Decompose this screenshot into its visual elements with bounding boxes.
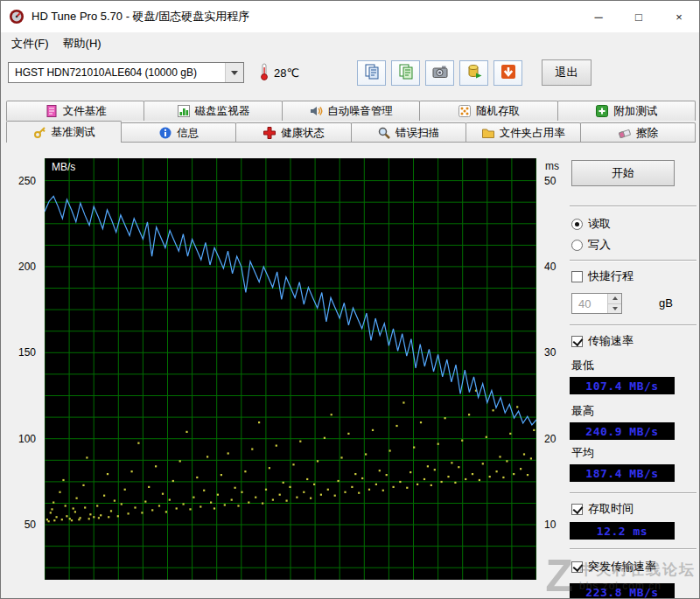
access-time-value: 12.2 ms bbox=[570, 522, 675, 540]
short-stroke-value[interactable]: 40 bbox=[572, 294, 607, 313]
access-time-checkbox[interactable] bbox=[571, 504, 583, 515]
tab-label: 磁盘监视器 bbox=[195, 104, 250, 119]
thermometer-icon bbox=[258, 63, 270, 83]
axis-tick-label: 30 bbox=[544, 346, 556, 359]
short-stroke-stepper[interactable]: 40 bbox=[571, 293, 622, 314]
chevron-down-icon[interactable] bbox=[225, 63, 243, 82]
tab-error-scan[interactable]: 错误扫描 bbox=[351, 122, 466, 143]
extra-tests-icon bbox=[595, 104, 609, 118]
benchmark-plot: MB/s bbox=[45, 158, 536, 580]
tab-label: 信息 bbox=[177, 126, 199, 141]
copy-clipboard-icon bbox=[363, 63, 381, 83]
screenshot-button[interactable] bbox=[425, 60, 454, 86]
write-radio[interactable] bbox=[571, 240, 583, 251]
copy-clipboard-button[interactable] bbox=[357, 60, 386, 86]
axis-tick-label: 150 bbox=[18, 346, 36, 359]
health-icon bbox=[262, 126, 276, 140]
tab-label: 基准测试 bbox=[52, 125, 95, 140]
tab-benchmark[interactable]: 基准测试 bbox=[6, 121, 122, 143]
update-button[interactable] bbox=[494, 60, 522, 86]
left-axis-ticks: 25020015010050 bbox=[8, 158, 41, 580]
tab-label: 文件夹占用率 bbox=[500, 126, 565, 141]
tab-label: 错误扫描 bbox=[396, 126, 439, 141]
access-time-label: 存取时间 bbox=[588, 501, 634, 517]
burst-rate-checkbox[interactable] bbox=[571, 561, 583, 573]
folder-usage-icon bbox=[481, 126, 495, 140]
export-button[interactable] bbox=[459, 60, 488, 86]
erase-icon bbox=[618, 126, 632, 140]
axis-tick-label: 250 bbox=[18, 175, 36, 187]
window-title: HD Tune Pro 5.70 - 硬盘/固态硬盘实用程序 bbox=[32, 9, 578, 24]
transfer-rate-row[interactable]: 传输速率 bbox=[571, 333, 634, 349]
close-button[interactable]: × bbox=[659, 1, 699, 32]
exit-button[interactable]: 退出 bbox=[542, 59, 592, 86]
titlebar: HD Tune Pro 5.70 - 硬盘/固态硬盘实用程序 ─ □ × bbox=[1, 1, 699, 33]
read-radio-row[interactable]: 读取 bbox=[571, 216, 611, 232]
tab-label: 附加测试 bbox=[613, 104, 657, 119]
benchmark-plot-svg bbox=[45, 158, 536, 580]
short-stroke-label: 快捷行程 bbox=[588, 268, 634, 284]
tab-control: 文件基准 磁盘监视器 bbox=[6, 100, 696, 143]
min-label: 最低 bbox=[571, 358, 594, 373]
tab-random-access[interactable]: 随机存取 bbox=[419, 101, 557, 121]
separator bbox=[570, 492, 696, 494]
short-stroke-row[interactable]: 快捷行程 bbox=[571, 268, 634, 284]
toolbar-buttons bbox=[357, 60, 522, 86]
update-icon bbox=[500, 63, 517, 83]
export-icon bbox=[466, 63, 483, 83]
maximize-button[interactable]: □ bbox=[619, 1, 659, 32]
menubar: 文件(F) 帮助(H) bbox=[1, 33, 699, 54]
transfer-rate-label: 传输速率 bbox=[588, 333, 634, 349]
read-radio-label: 读取 bbox=[588, 216, 611, 232]
axis-tick-label: 20 bbox=[544, 433, 556, 445]
tab-folder-usage[interactable]: 文件夹占用率 bbox=[466, 122, 581, 143]
start-button[interactable]: 开始 bbox=[571, 160, 675, 186]
tab-disk-monitor[interactable]: 磁盘监视器 bbox=[144, 101, 282, 121]
app-icon bbox=[9, 9, 24, 24]
tab-info[interactable]: 信息 bbox=[121, 122, 236, 143]
separator bbox=[570, 548, 696, 550]
drive-select[interactable]: HGST HDN721010ALE604 (10000 gB) bbox=[8, 62, 244, 83]
tab-label: 自动噪音管理 bbox=[327, 104, 393, 119]
copy-file-button[interactable] bbox=[391, 60, 420, 86]
camera-icon bbox=[431, 63, 449, 83]
right-axis-ticks: 5040302010 bbox=[540, 158, 564, 580]
menu-file[interactable]: 文件(F) bbox=[4, 33, 56, 54]
disk-monitor-icon bbox=[177, 104, 191, 118]
tab-file-benchmark[interactable]: 文件基准 bbox=[6, 101, 144, 121]
file-benchmark-icon bbox=[45, 104, 59, 118]
tab-label: 文件基准 bbox=[63, 104, 107, 119]
min-value: 107.4 MB/s bbox=[570, 377, 675, 394]
right-axis-unit: ms bbox=[545, 160, 559, 172]
tab-label: 健康状态 bbox=[281, 126, 325, 141]
benchmark-chart-area: 25020015010050 5040302010 ms MB/s bbox=[8, 155, 564, 592]
left-axis-unit: MB/s bbox=[52, 161, 75, 173]
menu-help[interactable]: 帮助(H) bbox=[56, 33, 108, 54]
toolbar: HGST HDN721010ALE604 (10000 gB) 28℃ bbox=[1, 54, 699, 91]
tab-label: 随机存取 bbox=[476, 104, 520, 119]
stepper-down-icon[interactable] bbox=[608, 303, 621, 314]
stepper-up-icon[interactable] bbox=[608, 294, 621, 303]
separator bbox=[570, 205, 696, 207]
burst-rate-row[interactable]: 突发传输速率 bbox=[571, 559, 656, 575]
transfer-rate-checkbox[interactable] bbox=[571, 336, 583, 347]
tab-extra-tests[interactable]: 附加测试 bbox=[557, 101, 696, 121]
axis-tick-label: 200 bbox=[18, 261, 36, 273]
write-radio-row[interactable]: 写入 bbox=[571, 237, 611, 253]
separator bbox=[570, 324, 696, 326]
read-radio[interactable] bbox=[571, 219, 583, 230]
window-controls: ─ □ × bbox=[578, 1, 699, 32]
short-stroke-checkbox[interactable] bbox=[571, 271, 583, 282]
drive-select-value: HGST HDN721010ALE604 (10000 gB) bbox=[9, 66, 225, 79]
tab-noise-management[interactable]: 自动噪音管理 bbox=[282, 101, 420, 121]
separator bbox=[570, 260, 696, 261]
avg-value: 187.4 MB/s bbox=[570, 464, 675, 482]
tab-row-back: 文件基准 磁盘监视器 bbox=[6, 100, 696, 121]
tab-erase[interactable]: 擦除 bbox=[580, 122, 696, 143]
axis-tick-label: 100 bbox=[18, 433, 36, 445]
error-scan-icon bbox=[377, 126, 391, 140]
minimize-button[interactable]: ─ bbox=[578, 1, 619, 32]
access-time-row[interactable]: 存取时间 bbox=[571, 501, 634, 517]
tab-health[interactable]: 健康状态 bbox=[235, 122, 351, 143]
max-label: 最高 bbox=[571, 403, 594, 419]
